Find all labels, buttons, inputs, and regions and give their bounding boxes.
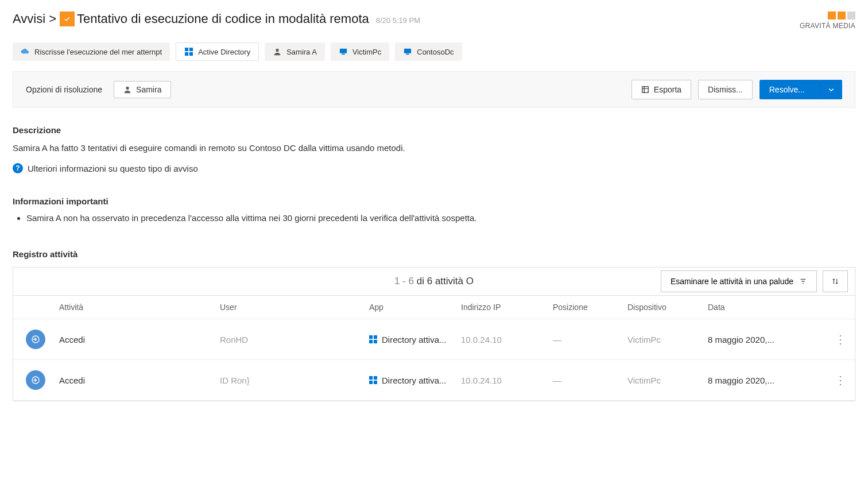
cell-date: 8 maggio 2020,... xyxy=(708,376,826,385)
svg-rect-1 xyxy=(189,48,193,51)
severity-blocks xyxy=(828,11,855,20)
cell-app: Directory attiva... xyxy=(369,335,461,344)
chip-contosodc[interactable]: ContosoDc xyxy=(395,42,462,61)
sort-icon xyxy=(831,277,839,285)
svg-rect-12 xyxy=(369,335,373,339)
cell-activity: Accedi xyxy=(59,335,220,344)
cell-device: VictimPc xyxy=(627,376,708,385)
windows-icon xyxy=(369,376,377,384)
dismiss-label: Dismiss... xyxy=(708,85,743,94)
user-icon xyxy=(273,47,282,56)
chip-active-directory[interactable]: Active Directory xyxy=(176,42,259,61)
svg-rect-19 xyxy=(369,381,373,384)
col-activity[interactable]: Attività xyxy=(59,303,220,312)
svg-rect-8 xyxy=(406,54,409,55)
dismiss-button[interactable]: Dismiss... xyxy=(698,80,753,99)
investigate-button[interactable]: Esaminare le attività in una palude xyxy=(661,270,817,292)
description-text: Samira A ha fatto 3 tentativi di eseguir… xyxy=(13,143,855,153)
windows-icon xyxy=(369,335,377,343)
resolution-left: Opzioni di risoluzione Samira xyxy=(26,81,171,98)
activity-log-toolbar: 1 - 6 di 6 attività O Esaminare le attiv… xyxy=(13,268,855,296)
svg-rect-14 xyxy=(369,340,373,343)
severity-indicator: GRAVITÀ MEDIA xyxy=(800,11,855,30)
cell-app: Directory attiva... xyxy=(369,376,461,385)
col-position[interactable]: Posizione xyxy=(553,303,627,312)
svg-rect-5 xyxy=(340,49,347,53)
app-icon xyxy=(60,11,75,26)
resolution-actions: Esporta Dismiss... Resolve... xyxy=(631,80,842,99)
chip-rescript[interactable]: Riscrisse l'esecuzione del mer atternpt xyxy=(13,42,170,61)
resolve-button[interactable]: Resolve... xyxy=(760,80,820,99)
col-date[interactable]: Data xyxy=(708,303,826,312)
activity-log-section: Registro attività 1 - 6 di 6 attività O … xyxy=(13,249,855,401)
col-user[interactable]: User xyxy=(220,303,369,312)
cloud-icon xyxy=(21,47,30,56)
svg-rect-6 xyxy=(342,54,344,55)
entity-chips: Riscrisse l'esecuzione del mer atternpt … xyxy=(13,42,855,61)
chip-label: VictimPc xyxy=(352,48,381,56)
login-icon xyxy=(26,370,45,390)
cell-date: 8 maggio 2020,... xyxy=(708,335,826,344)
description-heading: Descrizione xyxy=(13,125,855,135)
description-section: Descrizione Samira A ha fatto 3 tentativ… xyxy=(13,125,855,196)
monitor-icon xyxy=(403,47,412,56)
header-timestamp: 8/20 5:19 PM xyxy=(376,16,420,25)
cell-user: ID Ron} xyxy=(220,376,369,385)
cell-position: — xyxy=(553,376,627,385)
resolve-label: Resolve... xyxy=(769,85,805,94)
resolution-label: Opzioni di risoluzione xyxy=(26,85,102,94)
cell-app-name: Directory attiva... xyxy=(382,376,447,385)
breadcrumb[interactable]: Avvisi > xyxy=(13,11,75,26)
cell-ip: 10.0.24.10 xyxy=(461,335,553,344)
page-title: Tentativo di esecuzione di codice in mod… xyxy=(77,11,369,26)
important-info-list: Samira A non ha osservato in precedenza … xyxy=(13,213,855,223)
resolution-user-label: Samira xyxy=(136,85,161,94)
chip-label: Active Directory xyxy=(198,48,250,56)
cell-ip: 10.0.24.10 xyxy=(461,376,553,385)
user-icon xyxy=(123,86,131,94)
export-icon xyxy=(641,86,649,94)
chip-samira[interactable]: Samira A xyxy=(265,42,325,61)
svg-rect-20 xyxy=(374,381,377,384)
chip-label: Samira A xyxy=(286,48,317,56)
severity-label: GRAVITÀ MEDIA xyxy=(800,22,855,30)
activity-log-heading: Registro attività xyxy=(13,249,855,259)
header-left: Avvisi > Tentativo di esecuzione di codi… xyxy=(13,11,420,26)
filter-icon xyxy=(799,277,807,285)
col-ip[interactable]: Indirizzo IP xyxy=(461,303,553,312)
important-info-heading: Informazioni importanti xyxy=(13,196,855,206)
important-info-section: Informazioni importanti Samira A non ha … xyxy=(13,196,855,223)
cell-app-name: Directory attiva... xyxy=(382,335,447,344)
activity-log-toolbar-right: Esaminare le attività in una palude xyxy=(661,270,848,292)
activity-table-header: Attività User App Indirizzo IP Posizione… xyxy=(13,296,855,319)
table-row[interactable]: Accedi ID Ron} Directory attiva... 10.0.… xyxy=(13,360,855,401)
page-header: Avvisi > Tentativo di esecuzione di codi… xyxy=(13,11,855,30)
table-row[interactable]: Accedi RonHD Directory attiva... 10.0.24… xyxy=(13,319,855,360)
svg-rect-3 xyxy=(189,52,193,56)
chip-label: ContosoDc xyxy=(417,48,454,56)
sort-button[interactable] xyxy=(823,270,848,292)
chip-victimpc[interactable]: VictimPc xyxy=(331,42,389,61)
export-button[interactable]: Esporta xyxy=(631,80,691,99)
more-info-link[interactable]: ? Ulteriori informazioni su questo tipo … xyxy=(13,163,198,173)
resolve-dropdown-button[interactable] xyxy=(820,80,842,99)
activity-count-range: 1 - 6 xyxy=(394,276,414,287)
activity-count: 1 - 6 di 6 attività O xyxy=(394,276,474,287)
col-app[interactable]: App xyxy=(369,303,461,312)
row-menu-button[interactable]: ⋮ xyxy=(826,332,855,346)
col-device[interactable]: Dispositivo xyxy=(627,303,708,312)
svg-point-9 xyxy=(126,87,129,90)
cell-device: VictimPc xyxy=(627,335,708,344)
login-icon xyxy=(26,330,45,349)
svg-rect-10 xyxy=(642,87,649,93)
svg-rect-15 xyxy=(374,340,377,343)
resolution-user-select[interactable]: Samira xyxy=(114,81,171,98)
important-info-item: Samira A non ha osservato in precedenza … xyxy=(26,213,855,223)
svg-point-4 xyxy=(276,49,279,52)
windows-icon xyxy=(184,47,193,56)
activity-log-panel: 1 - 6 di 6 attività O Esaminare le attiv… xyxy=(13,267,855,401)
activity-count-total: di 6 attività O xyxy=(417,276,474,287)
svg-rect-13 xyxy=(374,335,377,339)
activity-table: Attività User App Indirizzo IP Posizione… xyxy=(13,296,855,401)
row-menu-button[interactable]: ⋮ xyxy=(826,373,855,387)
